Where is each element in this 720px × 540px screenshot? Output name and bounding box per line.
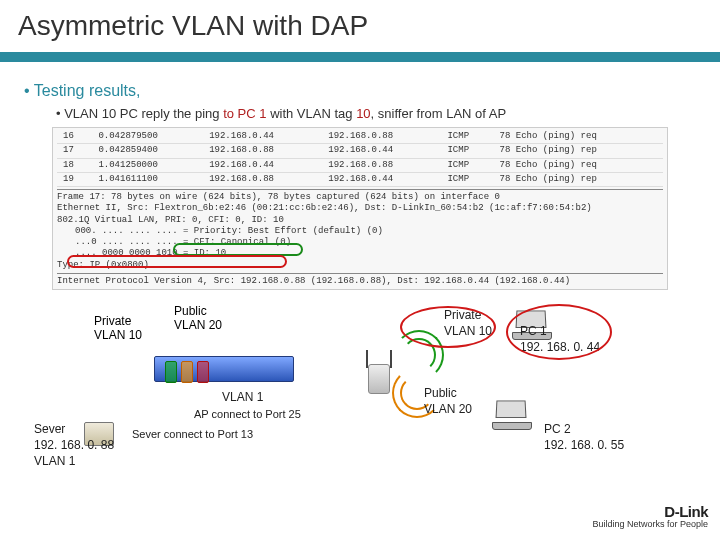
packet-table: 160.042879500192.168.0.44192.168.0.88ICM… bbox=[57, 130, 663, 187]
table-row: 160.042879500192.168.0.44192.168.0.88ICM… bbox=[57, 130, 663, 144]
port-green-icon bbox=[165, 361, 177, 383]
bullet-sub-suffix: , sniffer from LAN of AP bbox=[371, 106, 507, 121]
network-diagram: Private VLAN 10 Public VLAN 20 VLAN 1 AP… bbox=[24, 304, 696, 484]
type-line: Type: IP (0x0800) bbox=[57, 260, 663, 271]
bullet-sub-mid: with VLAN tag bbox=[267, 106, 357, 121]
table-row: 170.042859400192.168.0.88192.168.0.44ICM… bbox=[57, 144, 663, 158]
table-row: 181.041250000192.168.0.44192.168.0.88ICM… bbox=[57, 158, 663, 172]
content-area: Testing results, VLAN 10 PC reply the pi… bbox=[0, 64, 720, 484]
switch-icon bbox=[154, 356, 294, 382]
brand-name: D-Link bbox=[592, 504, 708, 521]
label-server-port: Sever connect to Port 13 bbox=[132, 428, 253, 441]
label-right-public-vlan: VLAN 20 bbox=[424, 402, 472, 416]
eth-line: Ethernet II, Src: Flextron_6b:e2:46 (00:… bbox=[57, 203, 663, 214]
wireless-arc-green-icon bbox=[402, 338, 436, 372]
label-private-vlan10: Private VLAN 10 bbox=[94, 314, 142, 343]
id-line: .... 0000 0000 1010 = ID: 10 bbox=[57, 248, 663, 259]
label-public-vlan20: Public VLAN 20 bbox=[174, 304, 222, 333]
port-orange-icon bbox=[181, 361, 193, 383]
bullet-sub-prefix: VLAN 10 PC reply the ping bbox=[64, 106, 223, 121]
table-row: 191.041611100192.168.0.88192.168.0.44ICM… bbox=[57, 172, 663, 186]
label-right-private: Private bbox=[444, 308, 481, 322]
label-pc1: PC 1 bbox=[520, 324, 547, 338]
laptop-pc2-icon bbox=[492, 400, 534, 430]
slide-title: Asymmetric VLAN with DAP bbox=[0, 0, 720, 46]
label-server-vlan: VLAN 1 bbox=[34, 454, 75, 468]
port-red-icon bbox=[197, 361, 209, 383]
label-pc2: PC 2 bbox=[544, 422, 571, 436]
bullet-sub-hl-tag: 10 bbox=[356, 106, 370, 121]
cfi-line: ...0 .... .... .... = CFI: Canonical (0) bbox=[57, 237, 663, 248]
brand-tagline: Building Networks for People bbox=[592, 520, 708, 530]
title-band bbox=[0, 52, 720, 62]
brand-logo: D-Link Building Networks for People bbox=[592, 504, 708, 530]
bullet-sub-hl-to: to PC 1 bbox=[223, 106, 266, 121]
label-server: Sever bbox=[34, 422, 65, 436]
label-ap-port: AP connect to Port 25 bbox=[194, 408, 301, 421]
label-vlan1: VLAN 1 bbox=[222, 390, 263, 404]
ip-line: Internet Protocol Version 4, Src: 192.16… bbox=[57, 276, 663, 287]
label-pc2-ip: 192. 168. 0. 55 bbox=[544, 438, 624, 452]
frame-line: Frame 17: 78 bytes on wire (624 bits), 7… bbox=[57, 192, 663, 203]
label-pc1-ip: 192. 168. 0. 44 bbox=[520, 340, 600, 354]
bullet-main: Testing results, bbox=[24, 82, 696, 100]
label-server-ip: 192. 168. 0. 88 bbox=[34, 438, 114, 452]
vlan-line: 802.1Q Virtual LAN, PRI: 0, CFI: 0, ID: … bbox=[57, 215, 663, 226]
bullet-sub: VLAN 10 PC reply the ping to PC 1 with V… bbox=[56, 106, 696, 121]
label-right-private-vlan: VLAN 10 bbox=[444, 324, 492, 338]
label-right-public: Public bbox=[424, 386, 457, 400]
pri-line: 000. .... .... .... = Priority: Best Eff… bbox=[57, 226, 663, 237]
sniffer-capture: 160.042879500192.168.0.44192.168.0.88ICM… bbox=[52, 127, 668, 290]
